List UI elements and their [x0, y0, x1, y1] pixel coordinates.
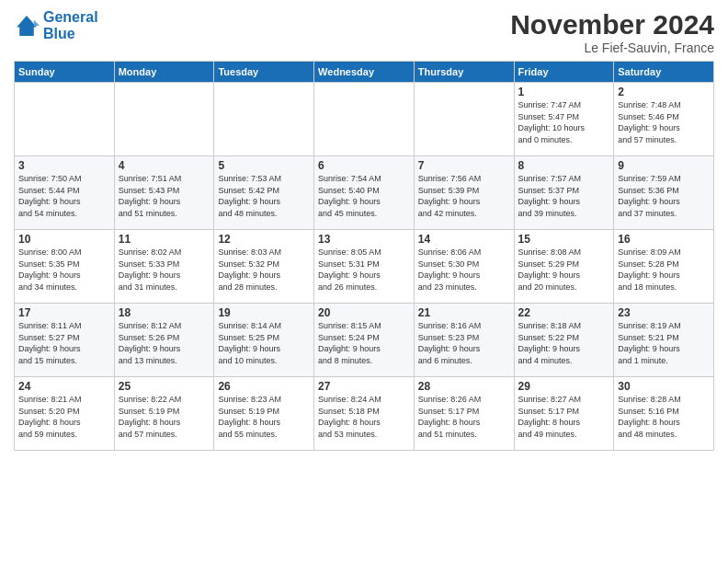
calendar-cell: 25Sunrise: 8:22 AM Sunset: 5:19 PM Dayli…	[114, 377, 214, 451]
calendar-cell: 1Sunrise: 7:47 AM Sunset: 5:47 PM Daylig…	[514, 83, 614, 156]
calendar-cell: 22Sunrise: 8:18 AM Sunset: 5:22 PM Dayli…	[514, 304, 614, 377]
header: General Blue November 2024 Le Fief-Sauvi…	[14, 9, 714, 55]
day-info: Sunrise: 8:05 AM Sunset: 5:31 PM Dayligh…	[318, 247, 410, 293]
day-number: 26	[218, 380, 310, 393]
day-info: Sunrise: 8:26 AM Sunset: 5:17 PM Dayligh…	[418, 394, 510, 440]
col-friday: Friday	[514, 62, 614, 83]
day-number: 17	[18, 306, 110, 319]
calendar-cell: 30Sunrise: 8:28 AM Sunset: 5:16 PM Dayli…	[614, 377, 714, 451]
calendar-cell	[314, 83, 415, 156]
day-number: 28	[418, 380, 510, 393]
day-info: Sunrise: 8:15 AM Sunset: 5:24 PM Dayligh…	[318, 320, 410, 366]
day-info: Sunrise: 8:19 AM Sunset: 5:21 PM Dayligh…	[618, 320, 710, 366]
col-tuesday: Tuesday	[214, 62, 314, 83]
calendar-cell: 6Sunrise: 7:54 AM Sunset: 5:40 PM Daylig…	[314, 156, 415, 230]
day-number: 5	[218, 159, 310, 172]
day-number: 7	[418, 159, 510, 172]
col-thursday: Thursday	[414, 62, 514, 83]
calendar-week-3: 17Sunrise: 8:11 AM Sunset: 5:27 PM Dayli…	[15, 304, 714, 377]
day-number: 25	[119, 380, 210, 393]
day-info: Sunrise: 8:09 AM Sunset: 5:28 PM Dayligh…	[618, 247, 710, 293]
calendar-cell: 11Sunrise: 8:02 AM Sunset: 5:33 PM Dayli…	[114, 230, 214, 304]
day-number: 14	[418, 233, 510, 246]
calendar-cell	[414, 83, 514, 156]
calendar-cell: 12Sunrise: 8:03 AM Sunset: 5:32 PM Dayli…	[214, 230, 314, 304]
calendar-cell: 5Sunrise: 7:53 AM Sunset: 5:42 PM Daylig…	[214, 156, 314, 230]
day-info: Sunrise: 7:51 AM Sunset: 5:43 PM Dayligh…	[119, 173, 210, 219]
day-number: 24	[18, 380, 110, 393]
day-info: Sunrise: 8:08 AM Sunset: 5:29 PM Dayligh…	[518, 247, 610, 293]
day-info: Sunrise: 8:24 AM Sunset: 5:18 PM Dayligh…	[318, 394, 410, 440]
day-number: 11	[119, 233, 210, 246]
day-number: 9	[618, 159, 710, 172]
day-info: Sunrise: 7:53 AM Sunset: 5:42 PM Dayligh…	[218, 173, 310, 219]
day-info: Sunrise: 8:11 AM Sunset: 5:27 PM Dayligh…	[18, 320, 110, 366]
calendar-cell	[15, 83, 115, 156]
calendar-cell: 23Sunrise: 8:19 AM Sunset: 5:21 PM Dayli…	[614, 304, 714, 377]
calendar-cell: 24Sunrise: 8:21 AM Sunset: 5:20 PM Dayli…	[15, 377, 115, 451]
calendar-cell: 13Sunrise: 8:05 AM Sunset: 5:31 PM Dayli…	[314, 230, 415, 304]
calendar-cell: 28Sunrise: 8:26 AM Sunset: 5:17 PM Dayli…	[414, 377, 514, 451]
day-info: Sunrise: 7:54 AM Sunset: 5:40 PM Dayligh…	[318, 173, 410, 219]
calendar-cell: 27Sunrise: 8:24 AM Sunset: 5:18 PM Dayli…	[314, 377, 415, 451]
day-number: 6	[318, 159, 410, 172]
day-number: 23	[618, 306, 710, 319]
day-info: Sunrise: 8:18 AM Sunset: 5:22 PM Dayligh…	[518, 320, 610, 366]
calendar-cell: 9Sunrise: 7:59 AM Sunset: 5:36 PM Daylig…	[614, 156, 714, 230]
calendar-week-2: 10Sunrise: 8:00 AM Sunset: 5:35 PM Dayli…	[15, 230, 714, 304]
calendar-cell: 26Sunrise: 8:23 AM Sunset: 5:19 PM Dayli…	[214, 377, 314, 451]
day-info: Sunrise: 8:27 AM Sunset: 5:17 PM Dayligh…	[518, 394, 610, 440]
calendar-cell: 10Sunrise: 8:00 AM Sunset: 5:35 PM Dayli…	[15, 230, 115, 304]
day-info: Sunrise: 8:03 AM Sunset: 5:32 PM Dayligh…	[218, 247, 310, 293]
day-info: Sunrise: 8:16 AM Sunset: 5:23 PM Dayligh…	[418, 320, 510, 366]
calendar-week-4: 24Sunrise: 8:21 AM Sunset: 5:20 PM Dayli…	[15, 377, 714, 451]
day-number: 3	[18, 159, 110, 172]
calendar-cell: 17Sunrise: 8:11 AM Sunset: 5:27 PM Dayli…	[15, 304, 115, 377]
day-info: Sunrise: 7:50 AM Sunset: 5:44 PM Dayligh…	[18, 173, 110, 219]
day-info: Sunrise: 8:21 AM Sunset: 5:20 PM Dayligh…	[18, 394, 110, 440]
calendar-cell: 19Sunrise: 8:14 AM Sunset: 5:25 PM Dayli…	[214, 304, 314, 377]
day-number: 21	[418, 306, 510, 319]
day-info: Sunrise: 8:00 AM Sunset: 5:35 PM Dayligh…	[18, 247, 110, 293]
day-number: 19	[218, 306, 310, 319]
calendar-cell: 20Sunrise: 8:15 AM Sunset: 5:24 PM Dayli…	[314, 304, 415, 377]
col-saturday: Saturday	[614, 62, 714, 83]
logo: General Blue	[14, 9, 98, 42]
day-number: 8	[518, 159, 610, 172]
day-info: Sunrise: 7:48 AM Sunset: 5:46 PM Dayligh…	[618, 99, 710, 145]
calendar-cell: 2Sunrise: 7:48 AM Sunset: 5:46 PM Daylig…	[614, 83, 714, 156]
day-number: 22	[518, 306, 610, 319]
day-info: Sunrise: 7:56 AM Sunset: 5:39 PM Dayligh…	[418, 173, 510, 219]
day-number: 10	[18, 233, 110, 246]
logo-text: General Blue	[43, 9, 98, 42]
day-number: 20	[318, 306, 410, 319]
col-sunday: Sunday	[15, 62, 115, 83]
day-info: Sunrise: 8:23 AM Sunset: 5:19 PM Dayligh…	[218, 394, 310, 440]
calendar-cell: 8Sunrise: 7:57 AM Sunset: 5:37 PM Daylig…	[514, 156, 614, 230]
calendar-cell: 18Sunrise: 8:12 AM Sunset: 5:26 PM Dayli…	[114, 304, 214, 377]
calendar-cell: 29Sunrise: 8:27 AM Sunset: 5:17 PM Dayli…	[514, 377, 614, 451]
day-number: 29	[518, 380, 610, 393]
calendar-cell: 7Sunrise: 7:56 AM Sunset: 5:39 PM Daylig…	[414, 156, 514, 230]
calendar-cell: 15Sunrise: 8:08 AM Sunset: 5:29 PM Dayli…	[514, 230, 614, 304]
day-number: 1	[518, 86, 610, 98]
day-info: Sunrise: 8:02 AM Sunset: 5:33 PM Dayligh…	[119, 247, 210, 293]
day-info: Sunrise: 8:12 AM Sunset: 5:26 PM Dayligh…	[119, 320, 210, 366]
month-title: November 2024	[510, 9, 714, 40]
header-row: Sunday Monday Tuesday Wednesday Thursday…	[15, 62, 714, 83]
day-number: 16	[618, 233, 710, 246]
day-info: Sunrise: 8:22 AM Sunset: 5:19 PM Dayligh…	[119, 394, 210, 440]
title-area: November 2024 Le Fief-Sauvin, France	[510, 9, 714, 55]
day-info: Sunrise: 8:14 AM Sunset: 5:25 PM Dayligh…	[218, 320, 310, 366]
calendar-cell: 21Sunrise: 8:16 AM Sunset: 5:23 PM Dayli…	[414, 304, 514, 377]
calendar-week-0: 1Sunrise: 7:47 AM Sunset: 5:47 PM Daylig…	[15, 83, 714, 156]
calendar-cell: 16Sunrise: 8:09 AM Sunset: 5:28 PM Dayli…	[614, 230, 714, 304]
day-info: Sunrise: 8:28 AM Sunset: 5:16 PM Dayligh…	[618, 394, 710, 440]
day-info: Sunrise: 7:47 AM Sunset: 5:47 PM Dayligh…	[518, 99, 610, 145]
calendar-cell	[114, 83, 214, 156]
main-container: General Blue November 2024 Le Fief-Sauvi…	[0, 0, 728, 458]
calendar-cell	[214, 83, 314, 156]
day-number: 27	[318, 380, 410, 393]
col-monday: Monday	[114, 62, 214, 83]
calendar-cell: 14Sunrise: 8:06 AM Sunset: 5:30 PM Dayli…	[414, 230, 514, 304]
